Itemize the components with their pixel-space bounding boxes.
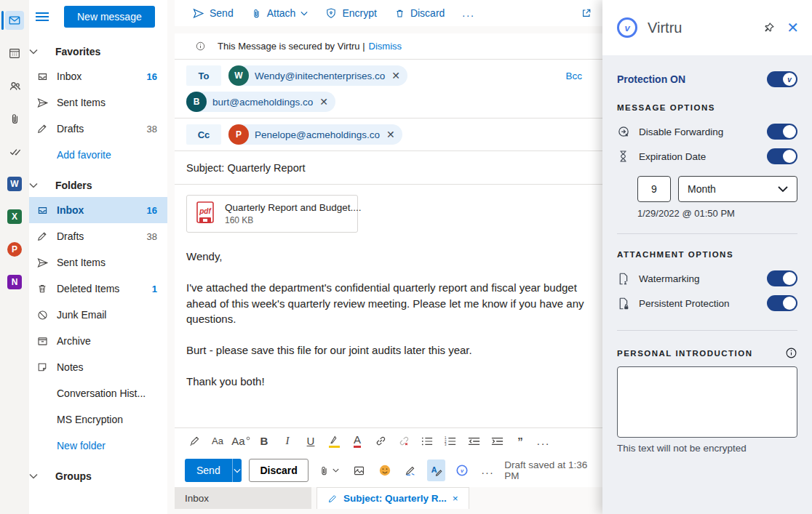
- bold-icon[interactable]: B: [253, 431, 275, 451]
- tab-draft-message[interactable]: Subject: Quarterly R... ×: [317, 487, 469, 509]
- recipient-chip[interactable]: W Wendy@initechenterprises.co ✕: [228, 65, 407, 86]
- insert-image-icon[interactable]: [350, 459, 368, 481]
- numbered-list-icon[interactable]: 123: [439, 431, 461, 451]
- new-folder-link[interactable]: New folder: [29, 433, 167, 459]
- toolbar-more-button[interactable]: ...: [455, 4, 482, 23]
- send-button[interactable]: Send: [185, 459, 232, 482]
- tab-inbox[interactable]: Inbox: [175, 487, 311, 509]
- hamburger-menu-icon[interactable]: [35, 12, 51, 22]
- subject-field[interactable]: Subject: Quarterly Report: [175, 151, 602, 185]
- attachment-card[interactable]: pdf Quarterly Report and Budget.... 160 …: [186, 195, 358, 233]
- rail-calendar-icon[interactable]: [0, 39, 29, 68]
- rail-tasks-icon[interactable]: [0, 137, 29, 166]
- message-options-header: MESSAGE OPTIONS: [617, 103, 797, 112]
- expiry-datetime: 1/29/2022 @ 01:50 PM: [637, 208, 797, 219]
- discard-toolbar-button[interactable]: Discard: [387, 4, 452, 23]
- sidebar-item-sent[interactable]: Sent Items: [29, 249, 167, 276]
- font-color-icon[interactable]: A: [346, 431, 368, 451]
- increase-indent-icon[interactable]: [486, 431, 508, 451]
- attach-file-icon[interactable]: [316, 459, 343, 481]
- draft-count: 38: [147, 124, 167, 134]
- sidebar-item-favorites-sent[interactable]: Sent Items: [29, 89, 167, 116]
- folders-header[interactable]: Folders: [29, 174, 167, 197]
- close-tab-icon[interactable]: ×: [453, 493, 458, 504]
- groups-header[interactable]: Groups: [29, 465, 167, 488]
- discard-button[interactable]: Discard: [249, 459, 308, 482]
- rail-mail-icon[interactable]: [0, 6, 29, 35]
- recipient-chip[interactable]: P Penelope@acmeholdings.co ✕: [228, 124, 402, 145]
- expiration-date-row: Expiration Date: [617, 144, 797, 169]
- svg-text:3: 3: [445, 443, 447, 446]
- close-panel-icon[interactable]: ✕: [787, 19, 799, 36]
- remove-recipient-icon[interactable]: ✕: [319, 96, 328, 108]
- link-icon[interactable]: [370, 431, 391, 451]
- virtru-panel: v Virtru ✕ Protection ON v MESSAGE OPTIO…: [602, 0, 812, 514]
- sidebar-item-deleted[interactable]: Deleted Items 1: [29, 276, 167, 302]
- bullet-list-icon[interactable]: [416, 431, 438, 451]
- unlink-icon[interactable]: [393, 431, 415, 451]
- rail-powerpoint-icon[interactable]: P: [0, 235, 29, 264]
- font-size-icon[interactable]: Aa: [230, 431, 252, 451]
- personal-introduction-textarea[interactable]: [617, 366, 797, 438]
- highlight-icon[interactable]: [323, 431, 345, 451]
- virtru-toggle-icon[interactable]: v: [453, 459, 471, 481]
- sidebar-item-favorites-inbox[interactable]: Inbox 16: [29, 63, 167, 89]
- sidebar-item-junk[interactable]: Junk Email: [29, 302, 167, 328]
- dismiss-link[interactable]: Dismiss: [369, 41, 402, 52]
- expiry-value-input[interactable]: [637, 176, 671, 202]
- sidebar-item-ms-encryption[interactable]: MS Encryption: [29, 406, 167, 433]
- send-toolbar-button[interactable]: Send: [185, 4, 241, 23]
- sidebar-item-inbox[interactable]: Inbox 16: [29, 197, 167, 223]
- favorites-header[interactable]: Favorites: [29, 40, 167, 63]
- rail-word-icon[interactable]: W: [0, 169, 29, 198]
- sidebar-item-conversation-history[interactable]: Conversation Hist...: [29, 380, 167, 406]
- signature-pen-icon[interactable]: [402, 459, 420, 481]
- pin-icon[interactable]: [763, 22, 775, 34]
- remove-recipient-icon[interactable]: ✕: [391, 70, 400, 81]
- format-more-icon[interactable]: ...: [533, 431, 554, 451]
- rail-people-icon[interactable]: [0, 71, 29, 100]
- formatting-toolbar: Aa Aa B I U A 123 ” ...: [175, 427, 602, 454]
- expiry-unit-select[interactable]: Month: [678, 176, 797, 202]
- compose-pane: Send Attach Encrypt Discard ...: [167, 0, 602, 514]
- encrypt-toolbar-button[interactable]: Encrypt: [318, 4, 383, 23]
- sidebar-item-drafts[interactable]: Drafts 38: [29, 223, 167, 249]
- rail-onenote-icon[interactable]: N: [0, 268, 29, 297]
- note-icon: [29, 361, 55, 373]
- add-favorite-link[interactable]: Add favorite: [29, 142, 167, 168]
- quote-icon[interactable]: ”: [509, 431, 531, 451]
- italic-icon[interactable]: I: [276, 431, 298, 451]
- bcc-link[interactable]: Bcc: [565, 71, 591, 81]
- sidebar-item-favorites-drafts[interactable]: Drafts 38: [29, 116, 167, 142]
- protection-toggle[interactable]: v: [767, 71, 797, 87]
- more-options-icon[interactable]: ...: [479, 459, 497, 481]
- cc-button[interactable]: Cc: [186, 124, 221, 145]
- rail-attachments-icon[interactable]: [0, 104, 29, 133]
- to-button[interactable]: To: [186, 65, 221, 86]
- decrease-indent-icon[interactable]: [463, 431, 485, 451]
- send-options-chevron[interactable]: [232, 459, 242, 482]
- sidebar-item-archive[interactable]: Archive: [29, 328, 167, 354]
- format-painter-icon[interactable]: [183, 431, 205, 451]
- attach-toolbar-button[interactable]: Attach: [244, 4, 316, 23]
- new-message-button[interactable]: New message: [64, 6, 155, 28]
- body-paragraph: Burt - please save this file for our joi…: [186, 342, 591, 358]
- emoji-icon[interactable]: [375, 459, 394, 481]
- unread-count: 16: [147, 71, 167, 82]
- virtru-panel-title: Virtru: [648, 20, 763, 36]
- message-body[interactable]: Wendy, I've attached the department's co…: [175, 238, 602, 427]
- remove-recipient-icon[interactable]: ✕: [386, 129, 395, 140]
- font-icon[interactable]: Aa: [207, 431, 228, 451]
- sidebar-item-notes[interactable]: Notes: [29, 354, 167, 380]
- text-pen-highlighted-icon[interactable]: A: [427, 459, 445, 481]
- underline-icon[interactable]: U: [300, 431, 322, 451]
- watermarking-toggle[interactable]: [767, 270, 797, 286]
- expiration-date-toggle[interactable]: [767, 148, 797, 164]
- rail-excel-icon[interactable]: X: [0, 202, 29, 231]
- protection-row: Protection ON v: [617, 71, 797, 87]
- persistent-protection-toggle[interactable]: [767, 295, 797, 311]
- info-icon[interactable]: [785, 347, 797, 359]
- recipient-chip[interactable]: B burt@acmeholdings.co ✕: [186, 92, 335, 112]
- disable-forwarding-toggle[interactable]: [767, 124, 797, 140]
- open-in-new-window-icon[interactable]: [581, 7, 592, 19]
